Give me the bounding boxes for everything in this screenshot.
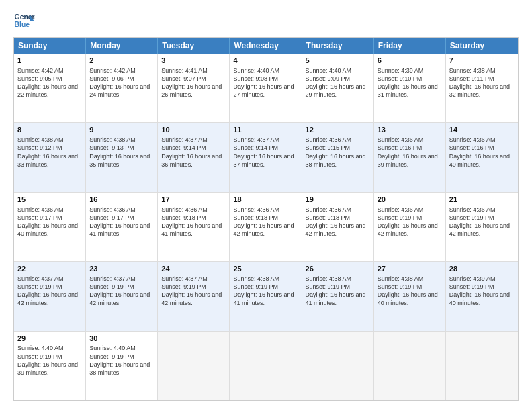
sunset: Sunset: 9:19 PM (17, 283, 62, 290)
sunrise: Sunrise: 4:40 AM (306, 67, 352, 74)
sunrise: Sunrise: 4:38 AM (449, 67, 496, 74)
daylight: Daylight: 16 hours and 33 minutes. (17, 153, 78, 168)
day-cell-14: 14 Sunrise: 4:36 AM Sunset: 9:16 PM Dayl… (446, 123, 518, 191)
sunset: Sunset: 9:10 PM (378, 75, 423, 82)
empty-cell (302, 332, 374, 400)
sunset: Sunset: 9:19 PM (449, 283, 494, 290)
sunrise: Sunrise: 4:40 AM (233, 67, 279, 74)
empty-cell (446, 332, 518, 400)
daylight: Daylight: 16 hours and 40 minutes. (378, 291, 438, 306)
day-cell-29: 29 Sunrise: 4:40 AM Sunset: 9:19 PM Dayl… (14, 332, 86, 400)
svg-text:Blue: Blue (15, 21, 30, 28)
daylight: Daylight: 16 hours and 42 minutes. (161, 291, 222, 306)
header-day-wednesday: Wednesday (230, 38, 302, 54)
page: General Blue SundayMondayTuesdayWednesda… (0, 0, 532, 411)
empty-cell (230, 332, 302, 400)
day-cell-21: 21 Sunrise: 4:36 AM Sunset: 9:19 PM Dayl… (446, 193, 518, 261)
logo: General Blue (13, 10, 35, 32)
day-number: 14 (449, 125, 515, 135)
day-number: 2 (89, 56, 154, 66)
daylight: Daylight: 16 hours and 39 minutes. (17, 361, 78, 376)
day-cell-22: 22 Sunrise: 4:37 AM Sunset: 9:19 PM Dayl… (14, 262, 86, 330)
daylight: Daylight: 16 hours and 41 minutes. (233, 291, 294, 306)
day-cell-9: 9 Sunrise: 4:38 AM Sunset: 9:13 PM Dayli… (86, 123, 158, 191)
daylight: Daylight: 16 hours and 38 minutes. (89, 361, 150, 376)
day-cell-23: 23 Sunrise: 4:37 AM Sunset: 9:19 PM Dayl… (86, 262, 158, 330)
sunset: Sunset: 9:12 PM (17, 144, 62, 151)
day-cell-5: 5 Sunrise: 4:40 AM Sunset: 9:09 PM Dayli… (302, 54, 374, 122)
day-number: 25 (233, 264, 298, 274)
sunset: Sunset: 9:19 PM (378, 283, 423, 290)
sunset: Sunset: 9:18 PM (233, 214, 278, 221)
sunset: Sunset: 9:17 PM (89, 214, 134, 221)
sunrise: Sunrise: 4:37 AM (233, 136, 279, 143)
day-cell-1: 1 Sunrise: 4:42 AM Sunset: 9:05 PM Dayli… (14, 54, 86, 122)
daylight: Daylight: 16 hours and 22 minutes. (17, 83, 78, 98)
day-number: 6 (378, 56, 442, 66)
day-number: 20 (378, 195, 442, 205)
sunrise: Sunrise: 4:38 AM (378, 275, 424, 282)
day-cell-28: 28 Sunrise: 4:39 AM Sunset: 9:19 PM Dayl… (446, 262, 518, 330)
sunset: Sunset: 9:19 PM (89, 353, 134, 360)
daylight: Daylight: 16 hours and 42 minutes. (17, 291, 78, 306)
sunset: Sunset: 9:11 PM (449, 75, 494, 82)
sunrise: Sunrise: 4:36 AM (378, 206, 424, 213)
sunset: Sunset: 9:16 PM (378, 144, 423, 151)
sunset: Sunset: 9:19 PM (17, 353, 62, 360)
day-cell-8: 8 Sunrise: 4:38 AM Sunset: 9:12 PM Dayli… (14, 123, 86, 191)
day-cell-2: 2 Sunrise: 4:42 AM Sunset: 9:06 PM Dayli… (86, 54, 158, 122)
daylight: Daylight: 16 hours and 37 minutes. (233, 153, 294, 168)
daylight: Daylight: 16 hours and 40 minutes. (449, 291, 510, 306)
day-number: 10 (161, 125, 226, 135)
sunrise: Sunrise: 4:36 AM (233, 206, 279, 213)
sunset: Sunset: 9:15 PM (306, 144, 351, 151)
day-cell-30: 30 Sunrise: 4:40 AM Sunset: 9:19 PM Dayl… (86, 332, 158, 400)
day-number: 24 (161, 264, 226, 274)
day-cell-17: 17 Sunrise: 4:36 AM Sunset: 9:18 PM Dayl… (158, 193, 230, 261)
sunset: Sunset: 9:08 PM (233, 75, 278, 82)
sunrise: Sunrise: 4:38 AM (17, 136, 64, 143)
daylight: Daylight: 16 hours and 41 minutes. (306, 291, 366, 306)
sunrise: Sunrise: 4:37 AM (161, 275, 208, 282)
sunrise: Sunrise: 4:36 AM (17, 206, 64, 213)
sunset: Sunset: 9:19 PM (306, 283, 351, 290)
day-number: 18 (233, 195, 298, 205)
sunset: Sunset: 9:06 PM (89, 75, 134, 82)
sunrise: Sunrise: 4:36 AM (449, 206, 496, 213)
daylight: Daylight: 16 hours and 24 minutes. (89, 83, 150, 98)
day-number: 29 (17, 334, 82, 344)
sunrise: Sunrise: 4:38 AM (306, 275, 352, 282)
header-day-thursday: Thursday (302, 38, 374, 54)
day-number: 17 (161, 195, 226, 205)
daylight: Daylight: 16 hours and 40 minutes. (449, 153, 510, 168)
calendar-week-5: 29 Sunrise: 4:40 AM Sunset: 9:19 PM Dayl… (14, 332, 518, 400)
sunset: Sunset: 9:17 PM (17, 214, 62, 221)
sunrise: Sunrise: 4:40 AM (17, 345, 64, 351)
calendar-week-1: 1 Sunrise: 4:42 AM Sunset: 9:05 PM Dayli… (14, 54, 518, 123)
day-cell-10: 10 Sunrise: 4:37 AM Sunset: 9:14 PM Dayl… (158, 123, 230, 191)
sunrise: Sunrise: 4:37 AM (89, 275, 136, 282)
day-number: 1 (17, 56, 82, 66)
day-number: 9 (89, 125, 154, 135)
daylight: Daylight: 16 hours and 40 minutes. (17, 222, 78, 237)
daylight: Daylight: 16 hours and 42 minutes. (89, 291, 150, 306)
day-cell-26: 26 Sunrise: 4:38 AM Sunset: 9:19 PM Dayl… (302, 262, 374, 330)
day-cell-13: 13 Sunrise: 4:36 AM Sunset: 9:16 PM Dayl… (374, 123, 446, 191)
day-cell-16: 16 Sunrise: 4:36 AM Sunset: 9:17 PM Dayl… (86, 193, 158, 261)
day-number: 4 (233, 56, 298, 66)
daylight: Daylight: 16 hours and 42 minutes. (378, 222, 438, 237)
daylight: Daylight: 16 hours and 42 minutes. (233, 222, 294, 237)
day-number: 3 (161, 56, 226, 66)
day-cell-12: 12 Sunrise: 4:36 AM Sunset: 9:15 PM Dayl… (302, 123, 374, 191)
sunrise: Sunrise: 4:41 AM (161, 67, 208, 74)
day-number: 13 (378, 125, 442, 135)
day-number: 15 (17, 195, 82, 205)
sunset: Sunset: 9:19 PM (378, 214, 423, 221)
day-cell-6: 6 Sunrise: 4:39 AM Sunset: 9:10 PM Dayli… (374, 54, 446, 122)
sunrise: Sunrise: 4:36 AM (306, 136, 352, 143)
day-number: 8 (17, 125, 82, 135)
daylight: Daylight: 16 hours and 41 minutes. (89, 222, 150, 237)
day-number: 12 (306, 125, 370, 135)
empty-cell (158, 332, 230, 400)
calendar: SundayMondayTuesdayWednesdayThursdayFrid… (13, 37, 519, 401)
